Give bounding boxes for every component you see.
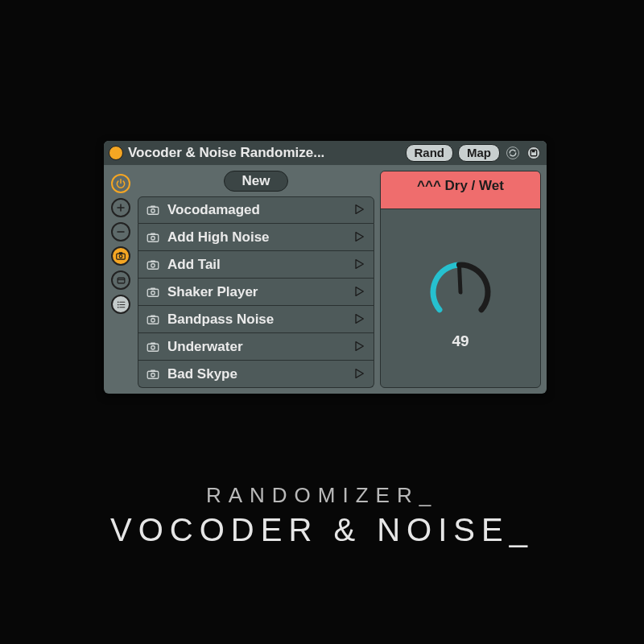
device-title: Vocoder & Noise Randomize... [128,145,401,161]
macro-panel: ^^^ Dry / Wet 49 [380,171,541,388]
svg-point-1 [528,147,540,159]
preset-row[interactable]: Add Tail [138,251,374,279]
preset-label: Vocodamaged [167,202,346,218]
snapshot-icon [145,312,161,328]
preset-row[interactable]: Vocodamaged [138,196,374,224]
svg-rect-17 [151,205,155,208]
preset-label: Underwater [167,339,346,355]
window-icon[interactable] [111,270,130,290]
svg-rect-26 [151,287,155,290]
svg-rect-27 [147,316,159,324]
preset-label: Shaker Player [167,284,346,300]
refresh-icon[interactable] [505,145,521,161]
svg-rect-30 [147,344,159,351]
snapshot-icon [145,257,161,273]
svg-point-28 [151,318,155,322]
add-icon[interactable] [111,198,130,217]
preset-row[interactable]: Bandpass Noise [138,306,374,333]
preset-label: Add High Noise [167,229,346,246]
snapshot-icon [145,339,161,355]
svg-rect-24 [147,289,159,296]
map-button[interactable]: Map [458,144,500,162]
svg-point-0 [507,147,519,159]
svg-rect-35 [151,369,155,372]
list-icon[interactable] [111,295,130,314]
svg-point-16 [151,209,155,213]
preset-row[interactable]: Add High Noise [138,224,374,251]
svg-rect-32 [151,342,155,345]
save-icon[interactable] [526,145,542,161]
play-icon[interactable] [353,367,367,382]
device-body: New VocodamagedAdd High NoiseAdd TailSha… [104,165,547,394]
play-icon[interactable] [353,203,367,217]
preset-label: Bandpass Noise [167,312,346,328]
svg-rect-3 [532,150,535,152]
camera-icon[interactable] [111,246,130,266]
svg-point-9 [117,301,118,303]
svg-point-34 [151,373,155,377]
svg-rect-21 [147,262,159,269]
svg-line-36 [460,268,460,292]
svg-point-5 [119,255,122,258]
snapshot-icon [145,284,161,300]
caption-big: VOCODER & NOISE_ [0,512,644,548]
svg-point-19 [151,236,155,240]
svg-point-11 [117,303,118,305]
svg-rect-23 [151,260,155,262]
snapshot-icon [145,229,161,246]
svg-rect-29 [151,315,155,317]
svg-point-25 [151,291,155,295]
snapshot-icon [145,202,161,218]
sidebar [109,171,132,388]
caption-small: RANDOMIZER_ [0,483,644,508]
dry-wet-knob[interactable] [422,254,499,331]
preset-list: VocodamagedAdd High NoiseAdd TailShaker … [138,196,374,388]
preset-label: Add Tail [167,257,346,273]
power-icon[interactable] [111,174,130,193]
svg-rect-18 [147,234,159,242]
preset-row[interactable]: Shaker Player [138,279,374,306]
play-icon[interactable] [353,285,367,299]
svg-rect-7 [118,278,125,283]
svg-rect-15 [147,207,159,214]
dry-wet-value: 49 [452,332,469,350]
svg-point-13 [117,306,118,308]
device-window: Vocoder & Noise Randomize... Rand Map [104,141,547,394]
title-bar: Vocoder & Noise Randomize... Rand Map [104,141,547,165]
preset-row[interactable]: Bad Skype [138,361,374,388]
svg-rect-4 [117,254,126,259]
play-icon[interactable] [353,230,367,245]
svg-rect-20 [151,233,155,235]
svg-point-22 [151,263,155,267]
knob-area: 49 [381,209,540,387]
macro-header: ^^^ Dry / Wet [381,171,540,209]
preset-label: Bad Skype [167,366,346,382]
rand-button[interactable]: Rand [406,144,454,162]
svg-rect-6 [119,252,123,254]
new-preset-button[interactable]: New [224,171,289,192]
svg-rect-33 [147,371,159,378]
play-icon[interactable] [353,312,367,327]
play-icon[interactable] [353,340,367,354]
snapshot-icon [145,366,161,382]
preset-column: New VocodamagedAdd High NoiseAdd TailSha… [138,171,374,388]
svg-point-31 [151,345,155,349]
device-activator-dot[interactable] [109,146,123,160]
play-icon[interactable] [353,258,367,272]
remove-icon[interactable] [111,222,130,242]
preset-row[interactable]: Underwater [138,333,374,361]
